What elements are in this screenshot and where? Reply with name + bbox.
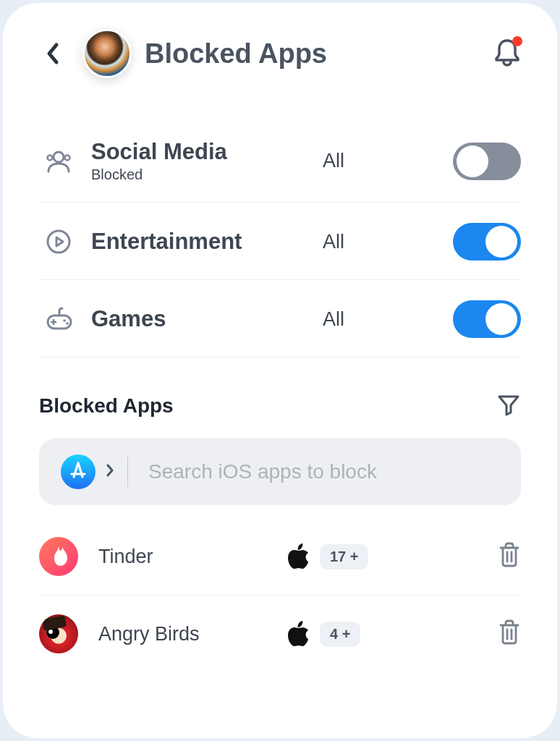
divider — [127, 457, 128, 487]
page-title: Blocked Apps — [145, 38, 480, 69]
toggle-entertainment[interactable] — [453, 223, 521, 261]
chevron-left-icon — [45, 42, 59, 65]
gamepad-icon — [45, 305, 75, 333]
category-sub: Blocked — [91, 166, 308, 183]
section-header: Blocked Apps — [39, 392, 521, 420]
app-icon-tinder — [39, 537, 78, 576]
svg-point-6 — [66, 322, 69, 325]
trash-icon — [498, 542, 521, 568]
apple-icon — [287, 621, 308, 647]
filter-button[interactable] — [496, 392, 521, 420]
social-icon — [45, 148, 75, 175]
notification-dot — [512, 36, 522, 46]
category-title: Social Media — [91, 139, 308, 165]
play-circle-icon — [45, 228, 75, 255]
chevron-right-icon — [106, 463, 114, 480]
blocked-app-row: Angry Birds 4 + — [39, 596, 521, 672]
search-input[interactable] — [148, 460, 499, 483]
category-scope[interactable]: All — [308, 150, 453, 172]
svg-point-3 — [48, 231, 69, 253]
svg-point-5 — [63, 319, 66, 322]
platform-info: 4 + — [287, 621, 498, 647]
app-name: Angry Birds — [98, 623, 287, 645]
category-text: Social Media Blocked — [91, 139, 308, 183]
category-social-media: Social Media Blocked All — [39, 119, 521, 203]
delete-button[interactable] — [498, 619, 521, 648]
appstore-icon[interactable] — [61, 454, 96, 489]
delete-button[interactable] — [498, 542, 521, 571]
toggle-games[interactable] — [453, 300, 521, 338]
category-text: Games — [91, 306, 308, 332]
apple-icon — [287, 543, 308, 569]
trash-icon — [498, 619, 521, 645]
toggle-social-media[interactable] — [453, 143, 521, 180]
app-icon-angrybirds — [39, 614, 78, 653]
section-title: Blocked Apps — [39, 394, 174, 418]
child-avatar[interactable] — [82, 29, 132, 78]
category-games: Games All — [39, 280, 521, 357]
platform-info: 17 + — [287, 543, 498, 569]
search-bar[interactable] — [39, 439, 521, 505]
svg-point-0 — [54, 152, 64, 162]
category-scope[interactable]: All — [308, 308, 453, 331]
header: Blocked Apps — [39, 29, 521, 78]
funnel-icon — [496, 392, 521, 417]
category-entertainment: Entertainment All — [39, 203, 521, 280]
age-rating: 4 + — [320, 622, 360, 647]
svg-point-1 — [48, 155, 53, 160]
blocked-app-row: Tinder 17 + — [39, 518, 521, 596]
back-button[interactable] — [39, 41, 65, 67]
category-text: Entertainment — [91, 229, 308, 255]
age-rating: 17 + — [320, 544, 368, 569]
category-title: Entertainment — [91, 229, 308, 255]
category-scope[interactable]: All — [308, 231, 453, 253]
svg-point-2 — [65, 155, 70, 160]
app-screen: Blocked Apps Social Media Blocked All — [3, 3, 557, 738]
notifications-button[interactable] — [493, 38, 521, 69]
app-name: Tinder — [98, 546, 287, 568]
category-title: Games — [91, 306, 308, 332]
